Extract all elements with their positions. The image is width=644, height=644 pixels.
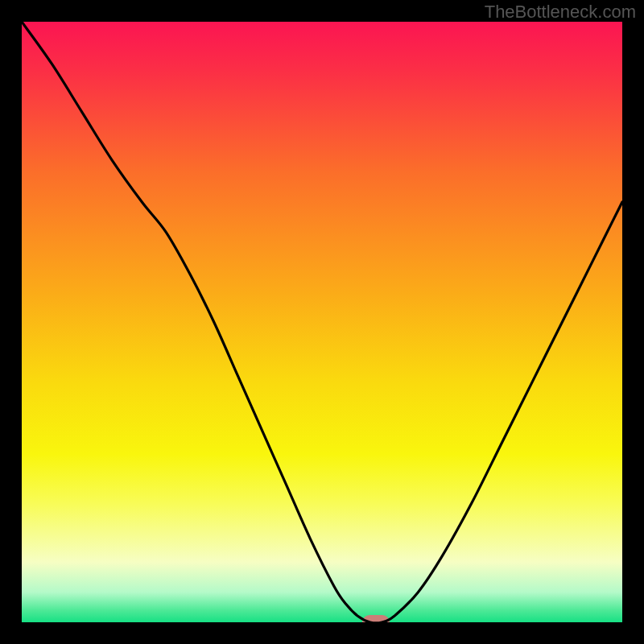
plot-area bbox=[22, 22, 622, 622]
attribution-text: TheBottleneck.com bbox=[485, 2, 636, 23]
chart-container: TheBottleneck.com bbox=[0, 0, 644, 644]
bottleneck-curve bbox=[22, 22, 622, 622]
